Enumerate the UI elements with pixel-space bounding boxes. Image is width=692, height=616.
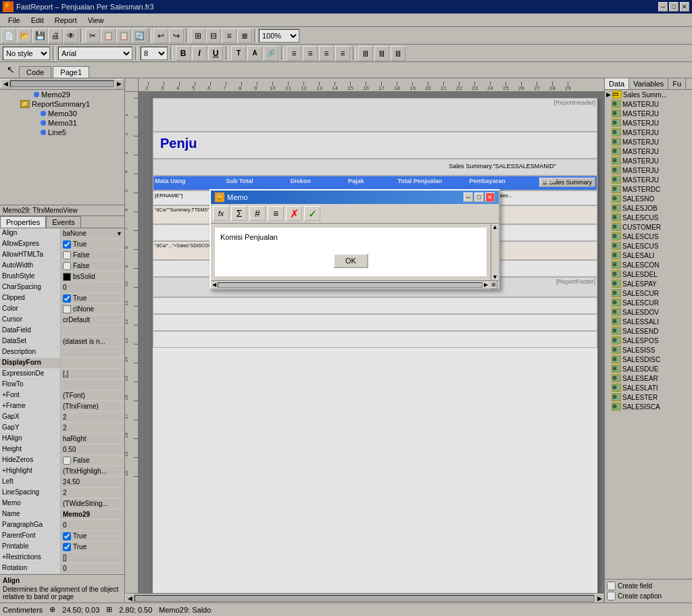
modal-editor[interactable]: Komisi Penjualan OK <box>215 228 487 276</box>
modal-hscrollbar[interactable]: ◀ ▶ ⊞ <box>211 280 499 288</box>
modal-scrollbar[interactable]: ▲ ▼ <box>491 224 499 280</box>
modal-close[interactable]: ✕ <box>485 192 495 202</box>
scroll-down[interactable]: ▼ <box>491 274 499 280</box>
modal-lock-icon: 🔒 <box>215 192 224 202</box>
modal-window-controls: ─ □ ✕ <box>464 192 495 202</box>
modal-scroll-left[interactable]: ◀ <box>212 282 216 288</box>
list-button[interactable]: ≡ <box>268 206 284 221</box>
sum-button[interactable]: Σ <box>231 206 247 221</box>
memo-dialog: 🔒 Memo ─ □ ✕ fx Σ # ≡ ✗ ✓ Komisi Penjual… <box>209 189 500 290</box>
modal-content-text: Komisi Penjualan <box>220 233 481 241</box>
modal-ok-button[interactable]: OK <box>333 253 368 268</box>
modal-maximize[interactable]: □ <box>474 192 484 202</box>
cancel-button[interactable]: ✗ <box>286 206 302 221</box>
confirm-button[interactable]: ✓ <box>304 206 320 221</box>
modal-body: Komisi Penjualan OK ▲ ▼ <box>211 224 499 280</box>
modal-resize[interactable]: ⊞ <box>489 281 497 289</box>
modal-title-bar: 🔒 Memo ─ □ ✕ <box>211 190 499 204</box>
modal-toolbar: fx Σ # ≡ ✗ ✓ <box>211 204 499 224</box>
formula-button[interactable]: fx <box>213 206 229 221</box>
modal-overlay: 🔒 Memo ─ □ ✕ fx Σ # ≡ ✗ ✓ Komisi Penjual… <box>0 0 692 616</box>
hash-button[interactable]: # <box>249 206 266 221</box>
modal-minimize[interactable]: ─ <box>464 192 473 202</box>
modal-title-text: Memo <box>227 193 248 201</box>
scroll-up[interactable]: ▲ <box>491 224 499 230</box>
modal-scroll-right[interactable]: ▶ <box>484 282 488 288</box>
